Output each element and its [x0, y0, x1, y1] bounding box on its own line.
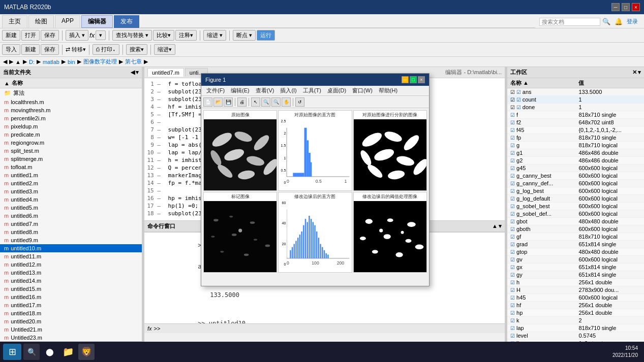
file-item-untitled16[interactable]: m untitled16.m	[0, 293, 142, 301]
indent-button[interactable]: 缩进 ▾	[203, 30, 226, 41]
var-f45[interactable]: ☑ f45 {0,1,2,-1,0,1,-2,...	[507, 126, 644, 134]
var-g-canny-def[interactable]: ☑ g_canny_def... 600x600 logical	[507, 180, 644, 187]
taskbar-search[interactable]: 🔍	[23, 344, 40, 360]
file-item-untitled8[interactable]: m untitled8.m	[0, 228, 142, 236]
file-item-untitled5[interactable]: m untitled5.m	[0, 204, 142, 212]
fig-menu-edit[interactable]: 编辑(E)	[228, 87, 253, 94]
search2-button[interactable]: 搜索▾	[126, 44, 147, 55]
file-item-untitled2[interactable]: m untitled2.m	[0, 179, 142, 187]
file-item-regiongrow[interactable]: m regiongrow.m	[0, 139, 142, 147]
command-menu-icon[interactable]: ▾	[499, 223, 502, 229]
search-icon[interactable]: 🔍	[602, 18, 610, 25]
notification-icon[interactable]: 🔔	[615, 18, 623, 25]
back-button[interactable]: ◀	[3, 58, 7, 65]
file-item-percentile[interactable]: m percentile2i.m	[0, 114, 142, 122]
tab-plot[interactable]: 绘图	[28, 15, 54, 28]
file-item-untitled6[interactable]: m untitled6.m	[0, 212, 142, 220]
up-button[interactable]: ▲	[15, 59, 21, 65]
figure-maximize-button[interactable]: □	[410, 76, 417, 83]
var-H[interactable]: ☑ H 2783x900 dou...	[507, 286, 644, 294]
file-item-untitled10[interactable]: m untitled10.m	[0, 244, 142, 252]
var-gf[interactable]: ☑ gf 818x710 logical	[507, 233, 644, 241]
var-k[interactable]: ☑ k 2	[507, 317, 644, 324]
close-button[interactable]: ×	[632, 3, 640, 11]
file-item-folder[interactable]: 📁 算法	[0, 88, 142, 98]
tab-home[interactable]: 主页	[2, 15, 27, 28]
file-item-untitled18[interactable]: m untitled18.m	[0, 309, 142, 317]
file-item-Untitled21[interactable]: m Untitled21.m	[0, 325, 142, 334]
new-button[interactable]: 新建	[2, 30, 20, 41]
fig-zoom-out-btn[interactable]: 🔍	[271, 97, 281, 107]
var-count[interactable]: ☑ count 1	[507, 96, 644, 104]
var-gbot[interactable]: ☑ gbot 480x480 double	[507, 218, 644, 225]
command-input[interactable]	[162, 325, 502, 332]
print-button[interactable]: ⎙ 打印▾	[93, 44, 119, 55]
var-g45[interactable]: ☑ g45 600x600 logical	[507, 164, 644, 172]
open-button[interactable]: 打开	[21, 30, 40, 41]
file-item-untitled11[interactable]: m untitled11.m	[0, 252, 142, 260]
panel-menu-icon[interactable]: ▾	[136, 69, 139, 76]
new-var-button[interactable]: 新建	[21, 44, 40, 55]
fig-menu-view[interactable]: 查看(V)	[253, 87, 278, 94]
find-button[interactable]: 查找与替换 ▾	[112, 30, 152, 41]
fig-rotate-btn[interactable]: ↺	[295, 97, 304, 107]
tab-editor[interactable]: 编辑器	[81, 15, 113, 28]
dropdown-button[interactable]: ▾	[96, 30, 106, 40]
var-g-canny-best[interactable]: ☑ g_canny_best 600x600 logical	[507, 172, 644, 180]
fig-menu-file[interactable]: 文件(F)	[203, 87, 228, 94]
nav-image[interactable]: 图像数字处理	[83, 58, 117, 65]
var-f[interactable]: ☑ f 818x710 single	[507, 111, 644, 119]
file-item-untitled1[interactable]: m untitled1.m	[0, 171, 142, 179]
save-button[interactable]: 保存	[41, 30, 59, 41]
file-item-untitled4[interactable]: m untitled4.m	[0, 195, 142, 204]
workspace-save-button[interactable]: 保存	[41, 44, 59, 55]
file-item-predicate[interactable]: m predicate.m	[0, 130, 142, 139]
file-item-splitmerge[interactable]: m splitmerge.m	[0, 155, 142, 163]
editor-tab-untitled7[interactable]: untitled7.m	[147, 68, 184, 77]
panel-expand-icon[interactable]: ◀	[131, 69, 135, 76]
nav-bin[interactable]: bin	[68, 59, 75, 65]
file-item-untitled7[interactable]: m untitled7.m	[0, 220, 142, 228]
nav-drive[interactable]: D:	[29, 59, 35, 65]
workspace-close-icon[interactable]: ✕	[632, 69, 637, 76]
tab-app[interactable]: APP	[55, 15, 80, 28]
figure-minimize-button[interactable]: ─	[402, 76, 409, 83]
breakpoint-button[interactable]: 断点 ▾	[233, 30, 256, 41]
login-button[interactable]: 登录	[627, 18, 638, 25]
fig-open-btn[interactable]: 📂	[213, 97, 223, 107]
file-item-pixeldup[interactable]: m pixeldup.m	[0, 122, 142, 130]
name-column-header[interactable]: 名称 ▲	[507, 78, 575, 88]
file-item-untitled20[interactable]: m untitled20.m	[0, 317, 142, 325]
var-hf[interactable]: ☑ hf 256x1 double	[507, 302, 644, 309]
insert-button[interactable]: 插入 ▾	[66, 30, 88, 41]
fig-new-btn[interactable]: 📄	[203, 97, 212, 107]
var-lap[interactable]: ☑ lap 818x710 single	[507, 324, 644, 332]
figure-close-button[interactable]: ×	[418, 76, 425, 83]
fig-print-btn[interactable]: 🖨	[237, 97, 247, 107]
var-gx[interactable]: ☑ gx 651x814 single	[507, 264, 644, 271]
var-g-sobel-def[interactable]: ☑ g_sobel_def... 600x600 logical	[507, 210, 644, 218]
file-item-untitled17[interactable]: m untitled17.m	[0, 301, 142, 309]
var-g-log-best[interactable]: ☑ g_log_best 600x600 logical	[507, 187, 644, 195]
nav-matlab[interactable]: matlab	[43, 59, 59, 65]
forward-button[interactable]: ▶	[9, 58, 13, 65]
command-expand-icon[interactable]: ▲	[492, 223, 498, 229]
fig-menu-tools[interactable]: 工具(T)	[300, 87, 324, 94]
file-item-untitled13[interactable]: m untitled13.m	[0, 269, 142, 277]
run-button[interactable]: 运行	[257, 30, 275, 41]
var-gtop[interactable]: ☑ gtop 480x480 double	[507, 248, 644, 256]
taskbar-matlab[interactable]: 🦁	[78, 344, 95, 360]
nav-chapter[interactable]: 第七章	[125, 58, 142, 65]
zoom-button[interactable]: 缩进▾	[154, 44, 175, 55]
start-button[interactable]: ⊞	[3, 344, 21, 360]
file-item-untitled9[interactable]: m untitled9.m	[0, 236, 142, 244]
maximize-button[interactable]: □	[622, 3, 630, 11]
value-column-header[interactable]: 值	[575, 78, 644, 88]
file-item-untitled3[interactable]: m untitled3.m	[0, 187, 142, 195]
fig-zoom-in-btn[interactable]: 🔍	[261, 97, 270, 107]
file-item-untitled14[interactable]: m untitled14.m	[0, 277, 142, 285]
tab-publish[interactable]: 发布	[114, 15, 139, 28]
workspace-scroll[interactable]: 名称 ▲ 值 ☑ ans 133.5000 ☑ count 1	[507, 78, 644, 352]
fig-menu-insert[interactable]: 插入(I)	[277, 87, 299, 94]
var-f2[interactable]: ☑ f2 648x702 uint8	[507, 119, 644, 126]
